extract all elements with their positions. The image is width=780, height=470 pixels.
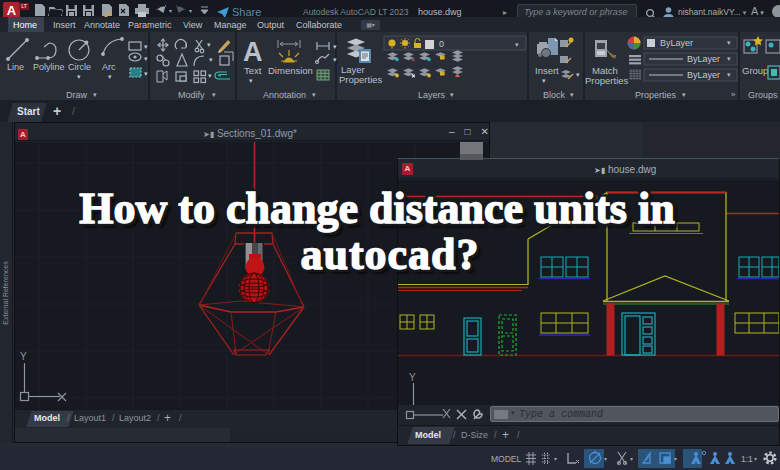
svg-text:▾: ▾	[727, 55, 731, 62]
svg-text:▾: ▾	[189, 8, 192, 14]
svg-text:▾: ▾	[93, 91, 97, 98]
svg-text:▾: ▾	[604, 456, 607, 462]
svg-text:▾: ▾	[212, 91, 216, 98]
svg-text:Group: Group	[742, 65, 768, 76]
svg-text:▾: ▾	[144, 43, 148, 50]
svg-text:ByLayer: ByLayer	[660, 38, 693, 48]
svg-text:Y: Y	[409, 372, 416, 383]
svg-text:Properties: Properties	[339, 74, 383, 85]
svg-text:▾: ▾	[630, 456, 633, 462]
svg-text:Modify: Modify	[178, 90, 205, 100]
svg-text:ByLayer: ByLayer	[687, 54, 720, 64]
svg-text:Arc: Arc	[102, 62, 116, 72]
svg-text:▾: ▾	[450, 91, 454, 98]
svg-text:▾: ▾	[312, 91, 316, 98]
svg-text:Text: Text	[244, 65, 262, 76]
svg-text:▾: ▾	[682, 91, 686, 98]
svg-text:Layers: Layers	[418, 90, 446, 100]
svg-text:Dimension: Dimension	[268, 65, 313, 76]
svg-text:▾: ▾	[209, 56, 213, 63]
svg-text:▾: ▾	[570, 91, 574, 98]
svg-text:▾: ▾	[554, 456, 557, 462]
svg-text:▾: ▾	[208, 72, 212, 79]
svg-text:▾: ▾	[515, 41, 519, 48]
svg-text:▾: ▾	[144, 55, 148, 62]
svg-text:▾: ▾	[674, 456, 677, 462]
svg-text:Properties: Properties	[585, 75, 629, 86]
svg-text:Annotation: Annotation	[263, 90, 306, 100]
svg-text:1:1: 1:1	[741, 454, 753, 464]
svg-text:▾: ▾	[169, 8, 172, 14]
svg-text:▾: ▾	[77, 73, 81, 80]
svg-text:Groups: Groups	[748, 90, 778, 100]
svg-text:Properties: Properties	[635, 90, 677, 100]
svg-text:▾: ▾	[754, 456, 757, 462]
svg-text:Block: Block	[543, 90, 566, 100]
svg-text:▾: ▾	[542, 77, 546, 84]
svg-text:▾: ▾	[108, 73, 112, 80]
svg-text:MODEL: MODEL	[491, 454, 522, 464]
svg-text:▾: ▾	[333, 43, 337, 50]
svg-text:Y: Y	[20, 351, 27, 362]
svg-text:Circle: Circle	[68, 62, 91, 72]
svg-text:▾: ▾	[727, 71, 731, 78]
svg-text:▾: ▾	[333, 56, 337, 63]
svg-text:▾: ▾	[249, 77, 253, 84]
svg-text:▾: ▾	[576, 71, 580, 78]
svg-text:▾: ▾	[144, 70, 148, 77]
svg-text:0: 0	[439, 39, 444, 49]
svg-text:»: »	[731, 90, 736, 99]
svg-text:A: A	[243, 37, 263, 67]
svg-text:Insert: Insert	[535, 65, 559, 76]
svg-text:Polyline: Polyline	[33, 62, 65, 72]
svg-text:Line: Line	[7, 62, 24, 72]
svg-text:▾: ▾	[727, 39, 731, 46]
svg-text:▾: ▾	[207, 41, 211, 48]
svg-text:Draw: Draw	[66, 90, 88, 100]
svg-text:ByLayer: ByLayer	[687, 70, 720, 80]
